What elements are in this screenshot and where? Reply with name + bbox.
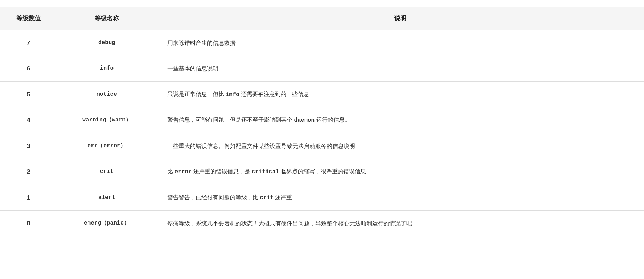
table-row: 1alert警告警告，已经很有问题的等级，比 crit 还严重 [0, 185, 644, 211]
table-row: 3err（error）一些重大的错误信息。例如配置文件某些设置导致无法启动服务的… [0, 133, 644, 159]
cell-level-value: 2 [0, 159, 57, 185]
header-description: 说明 [157, 7, 644, 30]
table-row: 0emerg（panic）疼痛等级，系统几乎要宕机的状态！大概只有硬件出问题，导… [0, 211, 644, 236]
cell-level-value: 6 [0, 56, 57, 81]
cell-level-value: 7 [0, 30, 57, 56]
cell-description: 用来除错时产生的信息数据 [157, 30, 644, 56]
cell-level-value: 0 [0, 211, 57, 236]
cell-level-name: emerg（panic） [57, 211, 157, 236]
table-row: 5notice虽说是正常信息，但比 info 还需要被注意到的一些信息 [0, 81, 644, 107]
cell-level-name: notice [57, 81, 157, 107]
table-header-row: 等级数值 等级名称 说明 [0, 7, 644, 30]
cell-description: 警告信息，可能有问题，但是还不至于影响到某个 daemon 运行的信息。 [157, 107, 644, 133]
table-row: 6info一些基本的信息说明 [0, 56, 644, 81]
table-row: 2crit比 error 还严重的错误信息，是 critical 临界点的缩写，… [0, 159, 644, 185]
header-level-value: 等级数值 [0, 7, 57, 30]
cell-level-name: err（error） [57, 133, 157, 159]
cell-description: 虽说是正常信息，但比 info 还需要被注意到的一些信息 [157, 81, 644, 107]
cell-level-name: debug [57, 30, 157, 56]
header-level-name: 等级名称 [57, 7, 157, 30]
table-row: 7debug用来除错时产生的信息数据 [0, 30, 644, 56]
cell-level-value: 4 [0, 107, 57, 133]
cell-description: 比 error 还严重的错误信息，是 critical 临界点的缩写，很严重的错… [157, 159, 644, 185]
cell-description: 一些基本的信息说明 [157, 56, 644, 81]
cell-level-name: info [57, 56, 157, 81]
cell-level-name: warning（warn） [57, 107, 157, 133]
cell-description: 警告警告，已经很有问题的等级，比 crit 还严重 [157, 185, 644, 211]
cell-level-value: 3 [0, 133, 57, 159]
cell-level-value: 5 [0, 81, 57, 107]
log-level-table: 等级数值 等级名称 说明 7debug用来除错时产生的信息数据6info一些基本… [0, 7, 644, 236]
cell-description: 疼痛等级，系统几乎要宕机的状态！大概只有硬件出问题，导致整个核心无法顺利运行的情… [157, 211, 644, 236]
table-container: 等级数值 等级名称 说明 7debug用来除错时产生的信息数据6info一些基本… [0, 0, 644, 279]
cell-level-value: 1 [0, 185, 57, 211]
table-row: 4warning（warn）警告信息，可能有问题，但是还不至于影响到某个 dae… [0, 107, 644, 133]
cell-level-name: crit [57, 159, 157, 185]
cell-level-name: alert [57, 185, 157, 211]
cell-description: 一些重大的错误信息。例如配置文件某些设置导致无法启动服务的信息说明 [157, 133, 644, 159]
